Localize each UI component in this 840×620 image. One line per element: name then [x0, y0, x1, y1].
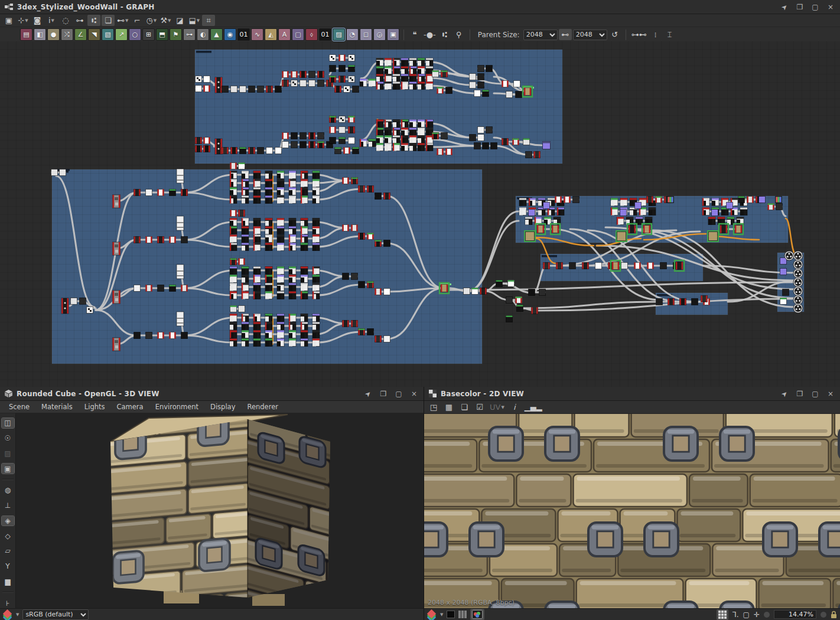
graph-node[interactable] [301, 243, 308, 251]
graph-node[interactable] [393, 74, 400, 82]
graph-node[interactable] [242, 322, 249, 330]
graph-node[interactable] [375, 240, 382, 247]
graph-node[interactable] [309, 133, 315, 139]
graph-node[interactable] [393, 143, 400, 151]
graph-node[interactable] [418, 136, 425, 143]
graph-node[interactable] [204, 76, 210, 83]
graph-node[interactable] [418, 58, 425, 66]
graph-node[interactable] [359, 186, 365, 192]
graph-node[interactable] [230, 314, 237, 322]
background-swatch[interactable] [447, 611, 455, 618]
menu-renderer[interactable]: Renderer [242, 402, 284, 412]
graph-node[interactable] [692, 299, 698, 305]
graph-node[interactable] [277, 227, 284, 234]
graph-node[interactable] [532, 308, 538, 314]
graph-node[interactable] [146, 332, 152, 339]
graph-node[interactable] [543, 263, 550, 269]
graph-node[interactable] [301, 196, 308, 204]
graph-node[interactable] [470, 74, 476, 80]
sphere-node[interactable]: ○ [129, 28, 141, 41]
graph-node[interactable] [277, 267, 284, 275]
graph-node[interactable] [478, 135, 484, 141]
graph-node[interactable] [177, 216, 184, 230]
graph-node[interactable] [409, 136, 416, 143]
graph-node[interactable] [309, 80, 315, 87]
graph-node[interactable] [113, 291, 121, 304]
graph-node[interactable] [289, 235, 296, 243]
pattern-1-node[interactable]: ◔ [346, 28, 359, 41]
output-node[interactable] [793, 251, 803, 260]
graph-node[interactable] [418, 82, 425, 90]
graph-node[interactable] [230, 243, 237, 251]
graph-node[interactable] [330, 127, 336, 133]
flag-node[interactable]: ⚑ [170, 28, 182, 41]
graph-node[interactable] [312, 243, 320, 251]
graph-node[interactable] [385, 143, 392, 151]
maximize-window-icon[interactable]: ▢ [810, 390, 820, 398]
graph-node[interactable] [401, 74, 408, 82]
image-box-icon[interactable]: ◪ [173, 15, 186, 26]
graph-node[interactable] [196, 76, 202, 83]
graph-node[interactable] [258, 148, 264, 154]
graph-node[interactable] [344, 148, 350, 154]
graph-node[interactable] [330, 138, 336, 144]
graph-node[interactable] [242, 171, 249, 179]
graph-node[interactable] [330, 66, 336, 72]
screenshot-icon[interactable]: ◙ [31, 15, 44, 26]
graph-node[interactable] [339, 66, 346, 72]
graph-node[interactable] [649, 208, 656, 216]
graph-node[interactable] [470, 82, 476, 89]
graph-node[interactable] [620, 210, 627, 216]
graph-node[interactable] [680, 299, 686, 305]
graph-node[interactable] [318, 71, 324, 78]
graph-node[interactable] [230, 210, 237, 217]
graph-node[interactable] [437, 149, 444, 155]
graph-node[interactable] [339, 127, 346, 133]
graph-node[interactable] [312, 188, 320, 195]
graph-node[interactable] [776, 204, 783, 210]
tools-icon[interactable]: ⚒▼ [159, 15, 172, 26]
graph-node[interactable] [339, 138, 346, 144]
graph-node[interactable] [300, 71, 307, 78]
graph-node[interactable] [242, 314, 249, 322]
graph-node[interactable] [289, 283, 296, 291]
selection-node[interactable]: ▢ [292, 28, 304, 41]
graph-node[interactable] [783, 289, 789, 296]
graph-node[interactable] [87, 307, 93, 314]
graph-node[interactable] [277, 275, 284, 283]
graph-node[interactable] [557, 208, 564, 216]
graph-node[interactable] [289, 339, 296, 347]
frame-node[interactable]: ▣ [387, 28, 399, 41]
graph-node[interactable] [265, 314, 272, 322]
graph-node[interactable] [312, 218, 320, 226]
graph-node[interactable] [239, 163, 245, 169]
graph-node[interactable] [418, 67, 425, 74]
graph-node[interactable] [668, 299, 675, 305]
graph-node[interactable] [265, 218, 272, 226]
graph-node[interactable] [353, 86, 359, 93]
graph-node[interactable] [170, 190, 176, 196]
graph-node[interactable] [375, 193, 382, 200]
graph-node[interactable] [343, 321, 349, 327]
graph-node[interactable] [573, 197, 579, 203]
graph-node[interactable] [318, 142, 324, 148]
graph-node[interactable] [291, 142, 298, 148]
graph-node[interactable] [393, 120, 400, 128]
menu-lights[interactable]: Lights [79, 402, 110, 412]
graph-node[interactable] [343, 225, 349, 231]
graph-node[interactable] [265, 196, 272, 204]
graph-node[interactable] [349, 127, 355, 133]
graph-node[interactable] [480, 288, 487, 295]
graph-node[interactable] [523, 86, 532, 97]
graph-node[interactable] [253, 339, 261, 347]
graph-node[interactable] [401, 67, 408, 74]
graph-node[interactable] [339, 55, 346, 61]
graph-node[interactable] [230, 188, 237, 195]
graph-node[interactable] [204, 138, 210, 144]
graph-node[interactable] [418, 74, 425, 82]
graph-node[interactable] [230, 171, 237, 179]
link-create-icon[interactable]: ⊶ [73, 15, 86, 26]
graph-node[interactable] [249, 148, 255, 154]
graph-node[interactable] [291, 80, 298, 87]
graph-node[interactable] [230, 196, 237, 204]
